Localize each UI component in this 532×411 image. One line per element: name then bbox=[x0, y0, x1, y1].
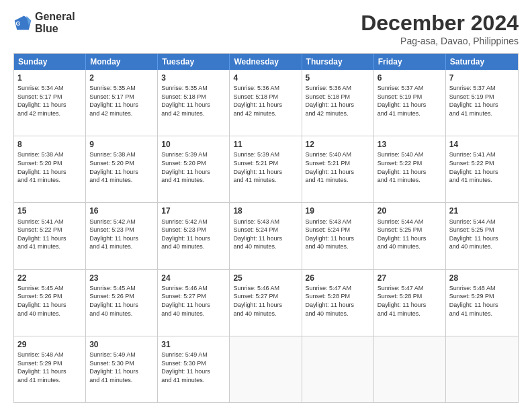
calendar-cell: 26Sunrise: 5:47 AM Sunset: 5:28 PM Dayli… bbox=[302, 270, 374, 336]
day-number: 17 bbox=[161, 205, 226, 216]
logo-line2: Blue bbox=[35, 23, 75, 35]
header-day-thursday: Thursday bbox=[302, 54, 374, 70]
header: G General Blue December 2024 Pag-asa, Da… bbox=[13, 11, 519, 46]
calendar-cell: 28Sunrise: 5:48 AM Sunset: 5:29 PM Dayli… bbox=[446, 270, 518, 336]
day-number: 1 bbox=[17, 73, 82, 83]
day-number: 22 bbox=[17, 273, 82, 283]
calendar: SundayMondayTuesdayWednesdayThursdayFrid… bbox=[13, 53, 519, 403]
day-info: Sunrise: 5:46 AM Sunset: 5:27 PM Dayligh… bbox=[233, 284, 298, 318]
calendar-cell: 29Sunrise: 5:48 AM Sunset: 5:29 PM Dayli… bbox=[14, 336, 86, 402]
calendar-cell: 12Sunrise: 5:40 AM Sunset: 5:21 PM Dayli… bbox=[302, 136, 374, 202]
calendar-cell: 15Sunrise: 5:41 AM Sunset: 5:22 PM Dayli… bbox=[14, 203, 86, 269]
day-number: 5 bbox=[306, 73, 370, 83]
day-info: Sunrise: 5:44 AM Sunset: 5:25 PM Dayligh… bbox=[378, 218, 442, 251]
logo: G General Blue bbox=[13, 11, 75, 34]
calendar-cell: 19Sunrise: 5:43 AM Sunset: 5:24 PM Dayli… bbox=[302, 203, 374, 269]
day-info: Sunrise: 5:42 AM Sunset: 5:23 PM Dayligh… bbox=[89, 218, 154, 251]
day-info: Sunrise: 5:48 AM Sunset: 5:29 PM Dayligh… bbox=[449, 284, 515, 318]
calendar-cell: 23Sunrise: 5:45 AM Sunset: 5:26 PM Dayli… bbox=[86, 270, 158, 336]
calendar-cell: 18Sunrise: 5:43 AM Sunset: 5:24 PM Dayli… bbox=[230, 203, 302, 269]
header-day-saturday: Saturday bbox=[446, 54, 518, 70]
day-number: 14 bbox=[449, 139, 515, 150]
calendar-cell: 10Sunrise: 5:39 AM Sunset: 5:20 PM Dayli… bbox=[158, 136, 230, 202]
day-info: Sunrise: 5:34 AM Sunset: 5:17 PM Dayligh… bbox=[17, 84, 82, 118]
day-number: 7 bbox=[449, 73, 515, 83]
calendar-row-4: 22Sunrise: 5:45 AM Sunset: 5:26 PM Dayli… bbox=[14, 270, 518, 336]
day-number: 18 bbox=[233, 205, 298, 216]
calendar-cell: 16Sunrise: 5:42 AM Sunset: 5:23 PM Dayli… bbox=[86, 203, 158, 269]
day-info: Sunrise: 5:48 AM Sunset: 5:29 PM Dayligh… bbox=[17, 351, 82, 384]
day-info: Sunrise: 5:37 AM Sunset: 5:19 PM Dayligh… bbox=[378, 84, 442, 118]
calendar-cell: 3Sunrise: 5:35 AM Sunset: 5:18 PM Daylig… bbox=[158, 70, 230, 136]
day-number: 15 bbox=[17, 205, 82, 216]
day-number: 16 bbox=[89, 205, 154, 216]
day-number: 9 bbox=[89, 139, 154, 150]
header-day-friday: Friday bbox=[374, 54, 446, 70]
day-info: Sunrise: 5:43 AM Sunset: 5:24 PM Dayligh… bbox=[233, 218, 298, 251]
day-number: 21 bbox=[449, 205, 515, 216]
header-day-tuesday: Tuesday bbox=[158, 54, 230, 70]
calendar-cell bbox=[446, 336, 518, 402]
svg-text:G: G bbox=[16, 19, 21, 26]
title-block: December 2024 Pag-asa, Davao, Philippine… bbox=[361, 11, 519, 46]
calendar-cell: 25Sunrise: 5:46 AM Sunset: 5:27 PM Dayli… bbox=[230, 270, 302, 336]
day-info: Sunrise: 5:35 AM Sunset: 5:17 PM Dayligh… bbox=[89, 84, 154, 118]
day-number: 3 bbox=[161, 73, 226, 83]
header-day-monday: Monday bbox=[86, 54, 158, 70]
calendar-body: 1Sunrise: 5:34 AM Sunset: 5:17 PM Daylig… bbox=[14, 70, 518, 402]
day-info: Sunrise: 5:35 AM Sunset: 5:18 PM Dayligh… bbox=[161, 84, 226, 118]
day-number: 26 bbox=[306, 273, 370, 283]
day-info: Sunrise: 5:42 AM Sunset: 5:23 PM Dayligh… bbox=[161, 218, 226, 251]
day-info: Sunrise: 5:47 AM Sunset: 5:28 PM Dayligh… bbox=[306, 284, 370, 318]
day-number: 29 bbox=[17, 339, 82, 350]
calendar-cell: 14Sunrise: 5:41 AM Sunset: 5:22 PM Dayli… bbox=[446, 136, 518, 202]
month-title: December 2024 bbox=[361, 11, 519, 36]
day-info: Sunrise: 5:40 AM Sunset: 5:21 PM Dayligh… bbox=[306, 150, 370, 184]
day-info: Sunrise: 5:49 AM Sunset: 5:30 PM Dayligh… bbox=[161, 351, 226, 384]
header-day-sunday: Sunday bbox=[14, 54, 86, 70]
day-info: Sunrise: 5:49 AM Sunset: 5:30 PM Dayligh… bbox=[89, 351, 154, 384]
calendar-row-2: 8Sunrise: 5:38 AM Sunset: 5:20 PM Daylig… bbox=[14, 136, 518, 203]
calendar-row-1: 1Sunrise: 5:34 AM Sunset: 5:17 PM Daylig… bbox=[14, 70, 518, 136]
day-info: Sunrise: 5:45 AM Sunset: 5:26 PM Dayligh… bbox=[89, 284, 154, 318]
header-day-wednesday: Wednesday bbox=[230, 54, 302, 70]
calendar-cell: 8Sunrise: 5:38 AM Sunset: 5:20 PM Daylig… bbox=[14, 136, 86, 202]
calendar-cell bbox=[230, 336, 302, 402]
day-number: 31 bbox=[161, 339, 226, 350]
calendar-row-3: 15Sunrise: 5:41 AM Sunset: 5:22 PM Dayli… bbox=[14, 203, 518, 269]
day-number: 11 bbox=[233, 139, 298, 150]
calendar-cell: 7Sunrise: 5:37 AM Sunset: 5:19 PM Daylig… bbox=[446, 70, 518, 136]
day-number: 2 bbox=[89, 73, 154, 83]
calendar-cell: 27Sunrise: 5:47 AM Sunset: 5:28 PM Dayli… bbox=[374, 270, 446, 336]
day-info: Sunrise: 5:44 AM Sunset: 5:25 PM Dayligh… bbox=[449, 218, 515, 251]
day-number: 10 bbox=[161, 139, 226, 150]
day-info: Sunrise: 5:36 AM Sunset: 5:18 PM Dayligh… bbox=[306, 84, 370, 118]
calendar-cell: 5Sunrise: 5:36 AM Sunset: 5:18 PM Daylig… bbox=[302, 70, 374, 136]
calendar-row-5: 29Sunrise: 5:48 AM Sunset: 5:29 PM Dayli… bbox=[14, 336, 518, 402]
day-info: Sunrise: 5:39 AM Sunset: 5:21 PM Dayligh… bbox=[233, 150, 298, 184]
page: G General Blue December 2024 Pag-asa, Da… bbox=[0, 0, 532, 411]
calendar-cell bbox=[374, 336, 446, 402]
day-number: 19 bbox=[306, 205, 370, 216]
calendar-cell: 24Sunrise: 5:46 AM Sunset: 5:27 PM Dayli… bbox=[158, 270, 230, 336]
calendar-cell: 21Sunrise: 5:44 AM Sunset: 5:25 PM Dayli… bbox=[446, 203, 518, 269]
location: Pag-asa, Davao, Philippines bbox=[361, 36, 519, 46]
day-number: 12 bbox=[306, 139, 370, 150]
day-info: Sunrise: 5:47 AM Sunset: 5:28 PM Dayligh… bbox=[378, 284, 442, 318]
day-number: 27 bbox=[378, 273, 442, 283]
calendar-cell: 31Sunrise: 5:49 AM Sunset: 5:30 PM Dayli… bbox=[158, 336, 230, 402]
day-info: Sunrise: 5:37 AM Sunset: 5:19 PM Dayligh… bbox=[449, 84, 515, 118]
day-info: Sunrise: 5:40 AM Sunset: 5:22 PM Dayligh… bbox=[378, 150, 442, 184]
calendar-cell: 20Sunrise: 5:44 AM Sunset: 5:25 PM Dayli… bbox=[374, 203, 446, 269]
calendar-cell bbox=[302, 336, 374, 402]
logo-line1: General bbox=[35, 11, 75, 23]
logo-text: General Blue bbox=[35, 11, 75, 34]
day-info: Sunrise: 5:38 AM Sunset: 5:20 PM Dayligh… bbox=[17, 150, 82, 184]
day-number: 20 bbox=[378, 205, 442, 216]
day-info: Sunrise: 5:41 AM Sunset: 5:22 PM Dayligh… bbox=[449, 150, 515, 184]
calendar-cell: 22Sunrise: 5:45 AM Sunset: 5:26 PM Dayli… bbox=[14, 270, 86, 336]
calendar-cell: 17Sunrise: 5:42 AM Sunset: 5:23 PM Dayli… bbox=[158, 203, 230, 269]
day-number: 24 bbox=[161, 273, 226, 283]
calendar-cell: 13Sunrise: 5:40 AM Sunset: 5:22 PM Dayli… bbox=[374, 136, 446, 202]
calendar-cell: 6Sunrise: 5:37 AM Sunset: 5:19 PM Daylig… bbox=[374, 70, 446, 136]
